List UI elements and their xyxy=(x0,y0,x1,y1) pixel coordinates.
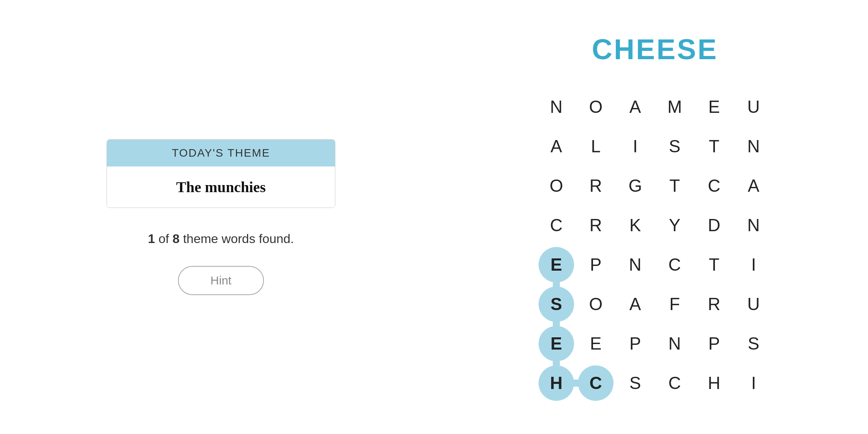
words-found-of: of xyxy=(159,232,173,246)
grid-cell[interactable]: N xyxy=(736,208,771,243)
words-found-total: 8 xyxy=(172,232,180,246)
grid-cell[interactable]: C xyxy=(696,168,732,204)
grid-cell[interactable]: S xyxy=(657,129,692,164)
grid-cell[interactable]: E xyxy=(696,89,732,125)
right-panel: CHEESE NOAMEUALISTNORGTCACRKYDNEPNCTISOA… xyxy=(442,17,868,417)
words-found-text: 1 of 8 theme words found. xyxy=(148,232,294,246)
grid-cell[interactable]: T xyxy=(657,168,692,204)
theme-header: TODAY'S THEME xyxy=(107,140,335,166)
grid-cell[interactable]: N xyxy=(617,247,653,282)
grid-cell[interactable]: S xyxy=(736,326,771,361)
grid-cell[interactable]: O xyxy=(539,168,574,204)
grid-cell[interactable]: E xyxy=(539,247,574,282)
grid-cell[interactable]: R xyxy=(578,168,614,204)
grid-cell[interactable]: E xyxy=(539,326,574,361)
grid-cell[interactable]: T xyxy=(696,129,732,164)
grid-cell[interactable]: P xyxy=(696,326,732,361)
words-found-current: 1 xyxy=(148,232,155,246)
grid-cell[interactable]: E xyxy=(578,326,614,361)
grid-cell[interactable]: N xyxy=(736,129,771,164)
grid-cell[interactable]: U xyxy=(736,286,771,322)
grid-cell[interactable]: K xyxy=(617,208,653,243)
grid-cell[interactable]: N xyxy=(657,326,692,361)
grid-cell[interactable]: S xyxy=(617,365,653,401)
grid-cell[interactable]: F xyxy=(657,286,692,322)
grid-cell[interactable]: Y xyxy=(657,208,692,243)
grid-cell[interactable]: H xyxy=(696,365,732,401)
theme-card: TODAY'S THEME The munchies xyxy=(107,139,335,208)
grid-cell[interactable]: H xyxy=(539,365,574,401)
grid-cell[interactable]: I xyxy=(736,247,771,282)
word-title: CHEESE xyxy=(592,33,718,65)
grid-cell[interactable]: C xyxy=(539,208,574,243)
grid-cell[interactable]: D xyxy=(696,208,732,243)
grid-cell[interactable]: L xyxy=(578,129,614,164)
theme-body: The munchies xyxy=(107,166,335,208)
grid-cell[interactable]: C xyxy=(657,365,692,401)
grid-cell[interactable]: U xyxy=(736,89,771,125)
grid-cell[interactable]: O xyxy=(578,89,614,125)
hint-button[interactable]: Hint xyxy=(178,266,264,295)
grid-cell[interactable]: G xyxy=(617,168,653,204)
main-container: TODAY'S THEME The munchies 1 of 8 theme … xyxy=(0,0,868,434)
grid-cell[interactable]: A xyxy=(736,168,771,204)
grid-cell[interactable]: I xyxy=(617,129,653,164)
grid-cell[interactable]: A xyxy=(539,129,574,164)
grid-cell[interactable]: P xyxy=(617,326,653,361)
grid-cell[interactable]: R xyxy=(696,286,732,322)
grid-cell[interactable]: O xyxy=(578,286,614,322)
grid-cell[interactable]: S xyxy=(539,286,574,322)
grid-cell[interactable]: C xyxy=(657,247,692,282)
grid-cell[interactable]: I xyxy=(736,365,771,401)
grid-cell[interactable]: A xyxy=(617,89,653,125)
grid-cell[interactable]: A xyxy=(617,286,653,322)
words-found-suffix: theme words found. xyxy=(183,232,294,246)
grid-container: NOAMEUALISTNORGTCACRKYDNEPNCTISOAFRUEEPN… xyxy=(539,89,771,401)
grid-cell[interactable]: R xyxy=(578,208,614,243)
grid-cell[interactable]: M xyxy=(657,89,692,125)
grid-cell[interactable]: T xyxy=(696,247,732,282)
grid-cell[interactable]: P xyxy=(578,247,614,282)
grid-cell[interactable]: C xyxy=(578,365,614,401)
grid-cell[interactable]: N xyxy=(539,89,574,125)
left-panel: TODAY'S THEME The munchies 1 of 8 theme … xyxy=(0,116,442,319)
